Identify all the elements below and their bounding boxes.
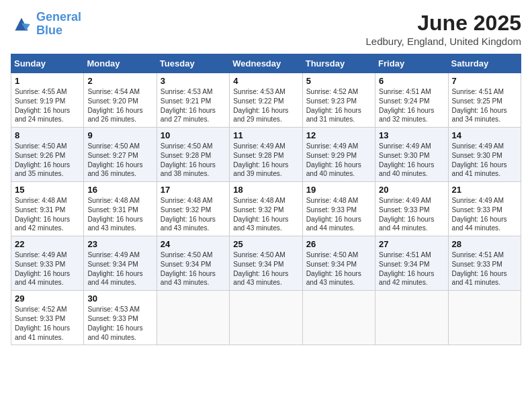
- cell-info: Sunrise: 4:50 AM Sunset: 9:27 PM Dayligh…: [87, 142, 152, 179]
- day-number: 25: [233, 239, 298, 249]
- calendar-cell: [448, 291, 521, 345]
- calendar-cell: 16 Sunrise: 4:48 AM Sunset: 9:31 PM Dayl…: [84, 182, 157, 236]
- day-number: 6: [379, 76, 444, 86]
- calendar-cell: 3 Sunrise: 4:53 AM Sunset: 9:21 PM Dayli…: [157, 73, 229, 128]
- logo: General Blue: [11, 11, 81, 38]
- calendar-cell: 24 Sunrise: 4:50 AM Sunset: 9:34 PM Dayl…: [157, 236, 229, 291]
- cell-info: Sunrise: 4:49 AM Sunset: 9:30 PM Dayligh…: [379, 142, 444, 179]
- weekday-header: Thursday: [302, 54, 375, 73]
- day-number: 19: [306, 185, 371, 195]
- cell-info: Sunrise: 4:51 AM Sunset: 9:34 PM Dayligh…: [379, 250, 444, 287]
- day-number: 16: [87, 185, 152, 195]
- calendar-table: SundayMondayTuesdayWednesdayThursdayFrid…: [11, 54, 521, 345]
- calendar-week-row: 1 Sunrise: 4:55 AM Sunset: 9:19 PM Dayli…: [11, 73, 521, 128]
- cell-info: Sunrise: 4:49 AM Sunset: 9:28 PM Dayligh…: [233, 142, 298, 179]
- calendar-cell: 8 Sunrise: 4:50 AM Sunset: 9:26 PM Dayli…: [11, 128, 84, 182]
- day-number: 5: [306, 76, 371, 86]
- day-number: 21: [452, 185, 517, 195]
- calendar-cell: 19 Sunrise: 4:48 AM Sunset: 9:33 PM Dayl…: [302, 182, 375, 236]
- calendar-cell: 7 Sunrise: 4:51 AM Sunset: 9:25 PM Dayli…: [448, 73, 521, 128]
- calendar-cell: 12 Sunrise: 4:49 AM Sunset: 9:29 PM Dayl…: [302, 128, 375, 182]
- calendar-cell: 30 Sunrise: 4:53 AM Sunset: 9:33 PM Dayl…: [84, 291, 157, 345]
- weekday-header: Wednesday: [230, 54, 302, 73]
- calendar-cell: 25 Sunrise: 4:50 AM Sunset: 9:34 PM Dayl…: [230, 236, 302, 291]
- calendar-cell: 1 Sunrise: 4:55 AM Sunset: 9:19 PM Dayli…: [11, 73, 84, 128]
- weekday-header: Saturday: [448, 54, 521, 73]
- cell-info: Sunrise: 4:49 AM Sunset: 9:34 PM Dayligh…: [87, 250, 152, 287]
- day-number: 12: [306, 130, 371, 140]
- calendar-cell: 5 Sunrise: 4:52 AM Sunset: 9:23 PM Dayli…: [302, 73, 375, 128]
- page-header: General Blue June 2025 Ledbury, England,…: [11, 11, 521, 47]
- cell-info: Sunrise: 4:50 AM Sunset: 9:34 PM Dayligh…: [233, 250, 298, 287]
- day-number: 23: [87, 239, 152, 249]
- calendar-cell: 4 Sunrise: 4:53 AM Sunset: 9:22 PM Dayli…: [230, 73, 302, 128]
- calendar-cell: 23 Sunrise: 4:49 AM Sunset: 9:34 PM Dayl…: [84, 236, 157, 291]
- logo-text: General Blue: [36, 11, 81, 38]
- cell-info: Sunrise: 4:51 AM Sunset: 9:24 PM Dayligh…: [379, 87, 444, 124]
- calendar-cell: 2 Sunrise: 4:54 AM Sunset: 9:20 PM Dayli…: [84, 73, 157, 128]
- day-number: 17: [161, 185, 226, 195]
- weekday-header: Sunday: [11, 54, 84, 73]
- day-number: 4: [233, 76, 298, 86]
- cell-info: Sunrise: 4:50 AM Sunset: 9:28 PM Dayligh…: [161, 142, 226, 179]
- weekday-header-row: SundayMondayTuesdayWednesdayThursdayFrid…: [11, 54, 521, 73]
- day-number: 22: [15, 239, 80, 249]
- calendar-cell: [157, 291, 229, 345]
- day-number: 13: [379, 130, 444, 140]
- calendar-week-row: 8 Sunrise: 4:50 AM Sunset: 9:26 PM Dayli…: [11, 128, 521, 182]
- day-number: 11: [233, 130, 298, 140]
- day-number: 15: [15, 185, 80, 195]
- cell-info: Sunrise: 4:53 AM Sunset: 9:22 PM Dayligh…: [233, 87, 298, 124]
- calendar-cell: 10 Sunrise: 4:50 AM Sunset: 9:28 PM Dayl…: [157, 128, 229, 182]
- cell-info: Sunrise: 4:50 AM Sunset: 9:34 PM Dayligh…: [306, 250, 371, 287]
- cell-info: Sunrise: 4:49 AM Sunset: 9:33 PM Dayligh…: [15, 250, 80, 287]
- day-number: 24: [161, 239, 226, 249]
- calendar-cell: 18 Sunrise: 4:48 AM Sunset: 9:32 PM Dayl…: [230, 182, 302, 236]
- calendar-cell: 21 Sunrise: 4:49 AM Sunset: 9:33 PM Dayl…: [448, 182, 521, 236]
- location: Ledbury, England, United Kingdom: [365, 36, 521, 47]
- day-number: 10: [161, 130, 226, 140]
- calendar-week-row: 29 Sunrise: 4:52 AM Sunset: 9:33 PM Dayl…: [11, 291, 521, 345]
- calendar-week-row: 22 Sunrise: 4:49 AM Sunset: 9:33 PM Dayl…: [11, 236, 521, 291]
- cell-info: Sunrise: 4:48 AM Sunset: 9:32 PM Dayligh…: [233, 196, 298, 233]
- calendar-cell: 6 Sunrise: 4:51 AM Sunset: 9:24 PM Dayli…: [375, 73, 448, 128]
- calendar-cell: 15 Sunrise: 4:48 AM Sunset: 9:31 PM Dayl…: [11, 182, 84, 236]
- day-number: 14: [452, 130, 517, 140]
- cell-info: Sunrise: 4:51 AM Sunset: 9:25 PM Dayligh…: [452, 87, 517, 124]
- cell-info: Sunrise: 4:48 AM Sunset: 9:31 PM Dayligh…: [15, 196, 80, 233]
- cell-info: Sunrise: 4:54 AM Sunset: 9:20 PM Dayligh…: [87, 87, 152, 124]
- cell-info: Sunrise: 4:49 AM Sunset: 9:33 PM Dayligh…: [452, 196, 517, 233]
- calendar-cell: 11 Sunrise: 4:49 AM Sunset: 9:28 PM Dayl…: [230, 128, 302, 182]
- day-number: 1: [15, 76, 80, 86]
- weekday-header: Friday: [375, 54, 448, 73]
- cell-info: Sunrise: 4:53 AM Sunset: 9:21 PM Dayligh…: [161, 87, 226, 124]
- title-block: June 2025 Ledbury, England, United Kingd…: [365, 11, 521, 47]
- calendar-cell: 14 Sunrise: 4:49 AM Sunset: 9:30 PM Dayl…: [448, 128, 521, 182]
- cell-info: Sunrise: 4:52 AM Sunset: 9:33 PM Dayligh…: [15, 305, 80, 342]
- calendar-cell: 13 Sunrise: 4:49 AM Sunset: 9:30 PM Dayl…: [375, 128, 448, 182]
- day-number: 18: [233, 185, 298, 195]
- day-number: 30: [87, 293, 152, 304]
- calendar-week-row: 15 Sunrise: 4:48 AM Sunset: 9:31 PM Dayl…: [11, 182, 521, 236]
- cell-info: Sunrise: 4:48 AM Sunset: 9:32 PM Dayligh…: [161, 196, 226, 233]
- cell-info: Sunrise: 4:50 AM Sunset: 9:26 PM Dayligh…: [15, 142, 80, 179]
- cell-info: Sunrise: 4:52 AM Sunset: 9:23 PM Dayligh…: [306, 87, 371, 124]
- day-number: 28: [452, 239, 517, 249]
- logo-icon: [11, 13, 32, 35]
- day-number: 7: [452, 76, 517, 86]
- cell-info: Sunrise: 4:49 AM Sunset: 9:29 PM Dayligh…: [306, 142, 371, 179]
- weekday-header: Tuesday: [157, 54, 229, 73]
- cell-info: Sunrise: 4:49 AM Sunset: 9:33 PM Dayligh…: [379, 196, 444, 233]
- cell-info: Sunrise: 4:53 AM Sunset: 9:33 PM Dayligh…: [87, 305, 152, 342]
- calendar-cell: [375, 291, 448, 345]
- calendar-cell: 17 Sunrise: 4:48 AM Sunset: 9:32 PM Dayl…: [157, 182, 229, 236]
- cell-info: Sunrise: 4:55 AM Sunset: 9:19 PM Dayligh…: [15, 87, 80, 124]
- calendar-cell: 26 Sunrise: 4:50 AM Sunset: 9:34 PM Dayl…: [302, 236, 375, 291]
- calendar-cell: [302, 291, 375, 345]
- weekday-header: Monday: [84, 54, 157, 73]
- month-title: June 2025: [365, 11, 521, 36]
- day-number: 27: [379, 239, 444, 249]
- cell-info: Sunrise: 4:50 AM Sunset: 9:34 PM Dayligh…: [161, 250, 226, 287]
- day-number: 20: [379, 185, 444, 195]
- day-number: 9: [87, 130, 152, 140]
